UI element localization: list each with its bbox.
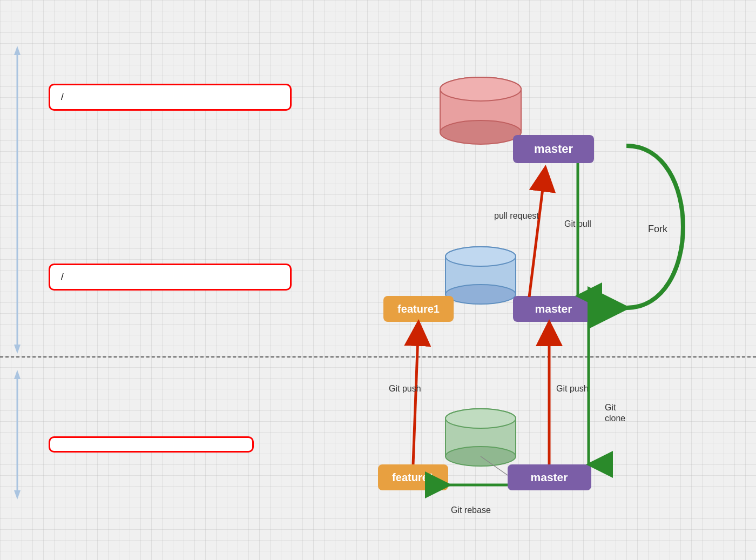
main-repo-box: / <box>49 84 292 111</box>
svg-text:Git push: Git push <box>556 384 589 393</box>
git-workflow-diagram: master feature1 master feature1 master p… <box>313 32 734 545</box>
svg-marker-6 <box>14 370 21 379</box>
svg-text:master: master <box>535 302 572 315</box>
svg-line-37 <box>529 167 545 297</box>
svg-text:Git: Git <box>605 403 616 412</box>
fork-repo-box: / <box>49 264 292 291</box>
github-arrow <box>12 43 23 356</box>
svg-text:feature1: feature1 <box>392 471 434 483</box>
svg-line-42 <box>413 322 418 464</box>
svg-marker-4 <box>14 345 21 354</box>
local-repo-box <box>49 436 254 453</box>
local-arrow <box>12 367 23 502</box>
svg-text:pull request: pull request <box>494 211 539 220</box>
svg-text:master: master <box>531 471 568 483</box>
svg-marker-7 <box>14 490 21 500</box>
svg-point-22 <box>446 247 516 266</box>
svg-text:Git push: Git push <box>389 384 421 393</box>
svg-point-18 <box>440 77 521 101</box>
svg-point-26 <box>446 409 516 428</box>
svg-text:Git rebase: Git rebase <box>451 505 491 515</box>
svg-point-21 <box>446 285 516 304</box>
svg-text:clone: clone <box>605 414 625 423</box>
svg-marker-3 <box>14 46 21 55</box>
svg-text:feature1: feature1 <box>397 303 440 315</box>
svg-point-17 <box>440 120 521 144</box>
svg-text:master: master <box>534 142 573 156</box>
svg-text:Fork: Fork <box>648 224 668 234</box>
